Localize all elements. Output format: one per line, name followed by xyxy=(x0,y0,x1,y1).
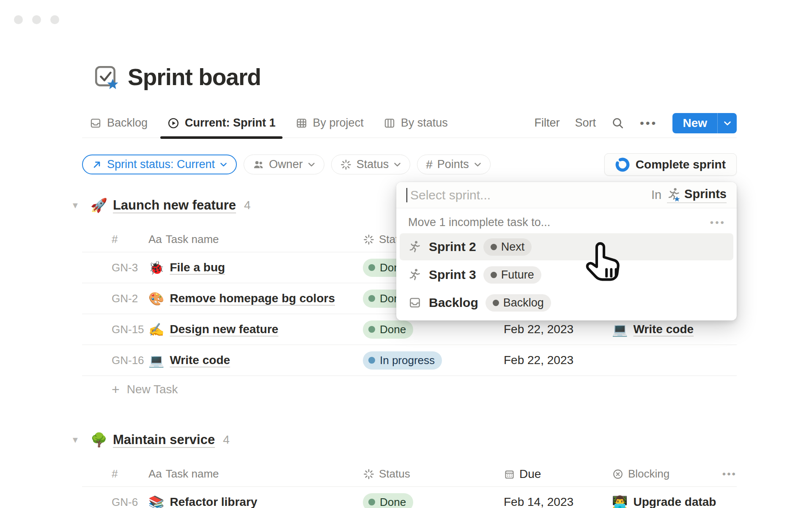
column-header-task-name[interactable]: Aa Task name xyxy=(148,467,363,480)
new-button-group: New xyxy=(672,113,737,133)
sprint-search-input[interactable]: Select sprint... xyxy=(410,188,491,202)
tab-current-sprint[interactable]: Current: Sprint 1 xyxy=(167,108,276,138)
tree-emoji: 🌳 xyxy=(91,432,107,448)
group-count: 4 xyxy=(223,433,230,447)
window-dot[interactable] xyxy=(50,15,59,24)
status-badge[interactable]: Done xyxy=(363,320,413,339)
status-badge[interactable]: In progress xyxy=(363,351,442,370)
view-toolbar: Filter Sort ••• New xyxy=(534,113,737,133)
complete-sprint-button[interactable]: Complete sprint xyxy=(604,153,737,176)
hash-icon: # xyxy=(426,158,433,171)
group-count: 4 xyxy=(244,199,251,212)
bug-emoji: 🐞 xyxy=(148,260,164,275)
page-title: Sprint board xyxy=(128,64,261,91)
tab-by-status[interactable]: By status xyxy=(383,108,448,138)
collapse-triangle-icon[interactable]: ▼ xyxy=(71,201,80,210)
task-name-link[interactable]: Write code xyxy=(170,353,230,367)
column-header-id[interactable]: # xyxy=(82,467,148,480)
chip-sprint-status[interactable]: Sprint status: Current xyxy=(82,155,237,174)
column-header-id[interactable]: # xyxy=(82,233,148,246)
status-badge[interactable]: Done xyxy=(363,493,413,508)
blocking-cell[interactable]: 💻 Write code xyxy=(612,322,716,337)
collapse-triangle-icon[interactable]: ▼ xyxy=(71,435,80,445)
text-caret xyxy=(406,188,407,202)
writing-hand-emoji: ✍️ xyxy=(148,322,164,337)
task-id: GN-2 xyxy=(82,292,148,305)
spinner-icon xyxy=(340,159,352,171)
view-tab-bar: Backlog Current: Sprint 1 By project By … xyxy=(82,108,737,138)
laptop-emoji: 💻 xyxy=(148,353,164,368)
arrow-up-right-icon xyxy=(91,159,102,170)
pointer-hand-cursor xyxy=(583,240,626,287)
search-icon[interactable] xyxy=(611,116,625,130)
table-row[interactable]: GN-6 📚 Refactor library Done Feb 14, 202… xyxy=(82,487,737,508)
spinner-icon xyxy=(363,234,375,246)
table-row[interactable]: GN-16 💻 Write code In progress Feb 22, 2… xyxy=(82,345,737,376)
calendar-icon xyxy=(504,469,515,480)
in-label: In xyxy=(651,188,661,202)
new-task-button[interactable]: + New Task xyxy=(82,376,737,403)
task-id: GN-15 xyxy=(82,323,148,336)
play-circle-icon xyxy=(167,117,180,130)
blocking-task-link[interactable]: Upgrade datab xyxy=(633,495,716,508)
sprint-board-checkbox-icon xyxy=(93,64,119,90)
books-emoji: 📚 xyxy=(148,495,164,508)
chip-owner[interactable]: Owner xyxy=(244,155,324,174)
board-columns-icon xyxy=(383,117,396,130)
window-dot[interactable] xyxy=(14,15,23,24)
group-header: ▼ 🌳 Maintain service 4 xyxy=(82,426,737,454)
laptop-emoji: 💻 xyxy=(612,322,628,337)
runner-icon xyxy=(408,268,422,282)
sprints-scope-link[interactable]: Sprints xyxy=(667,187,727,203)
table-more-icon[interactable]: ••• xyxy=(716,468,737,480)
due-date[interactable]: Feb 22, 2023 xyxy=(504,353,612,367)
rocket-emoji: 🚀 xyxy=(91,197,107,213)
filter-button[interactable]: Filter xyxy=(534,116,560,130)
task-name-link[interactable]: Refactor library xyxy=(170,495,257,508)
progress-ring-icon xyxy=(615,157,630,172)
sprint-status-badge: Next xyxy=(483,238,532,256)
technologist-emoji: 👨‍💻 xyxy=(612,495,628,508)
task-name-link[interactable]: File a bug xyxy=(170,261,225,274)
popup-section-header: Move 1 incomplete task to... ••• xyxy=(396,208,737,232)
inbox-icon xyxy=(89,117,102,130)
group-maintain-service: ▼ 🌳 Maintain service 4 # Aa Task name St… xyxy=(82,426,737,508)
blocking-task-link[interactable]: Write code xyxy=(633,323,694,336)
new-button[interactable]: New xyxy=(672,113,717,133)
task-id: GN-6 xyxy=(82,496,148,508)
task-name-link[interactable]: Design new feature xyxy=(170,323,278,336)
option-backlog[interactable]: Backlog Backlog xyxy=(400,289,733,316)
column-header-status[interactable]: Status xyxy=(363,467,504,480)
table-grid-icon xyxy=(295,117,308,130)
spinner-icon xyxy=(363,468,375,480)
blocking-cell[interactable]: 👨‍💻 Upgrade datab xyxy=(612,495,737,508)
task-name-link[interactable]: Remove homepage bg colors xyxy=(170,292,335,305)
filter-bar: Sprint status: Current Owner Status # Po… xyxy=(82,153,737,176)
people-icon xyxy=(252,159,264,171)
chip-status[interactable]: Status xyxy=(331,155,411,174)
option-sprint-3[interactable]: Sprint 3 Future xyxy=(400,261,733,288)
chip-points[interactable]: # Points xyxy=(417,155,491,174)
move-tasks-popup: Select sprint... In Sprints Move 1 in xyxy=(396,182,737,320)
window-dot[interactable] xyxy=(32,15,41,24)
task-id: GN-16 xyxy=(82,354,148,367)
column-header-blocking[interactable]: Blocking xyxy=(612,467,716,480)
new-dropdown-toggle[interactable] xyxy=(717,113,737,133)
runner-icon xyxy=(408,240,422,254)
option-sprint-2[interactable]: Sprint 2 Next xyxy=(400,233,733,260)
due-date[interactable]: Feb 22, 2023 xyxy=(504,323,612,336)
column-header-due[interactable]: Due xyxy=(504,467,612,481)
popup-more-icon[interactable]: ••• xyxy=(710,217,726,229)
tab-by-project[interactable]: By project xyxy=(295,108,364,138)
group-title-link[interactable]: Maintain service xyxy=(113,432,215,447)
plus-icon: + xyxy=(112,383,120,396)
tab-backlog[interactable]: Backlog xyxy=(89,108,148,138)
due-date[interactable]: Feb 14, 2023 xyxy=(504,495,612,508)
column-header-task-name[interactable]: Aa Task name xyxy=(148,233,363,246)
window-controls xyxy=(14,15,59,24)
group-title-link[interactable]: Launch new feature xyxy=(113,198,236,213)
runner-star-icon xyxy=(667,187,681,201)
sort-button[interactable]: Sort xyxy=(575,116,596,130)
more-options-icon[interactable]: ••• xyxy=(640,116,657,130)
chevron-down-icon xyxy=(219,160,228,168)
